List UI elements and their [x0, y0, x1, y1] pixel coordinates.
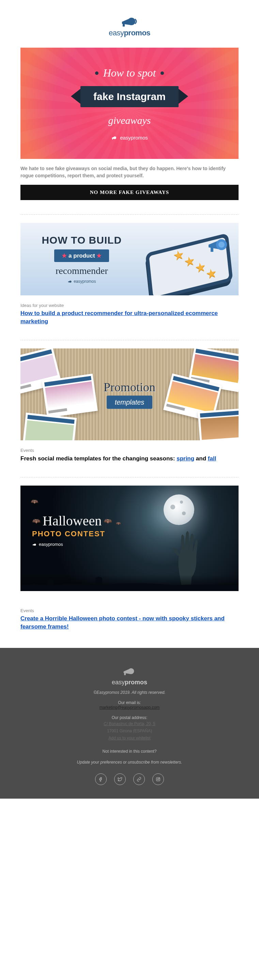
- halloween-banner: 🦇 🦇 🦇 Halloween 🦇 PHOTO CONTEST easyprom…: [21, 485, 238, 591]
- update-preferences-link[interactable]: Update your preferences: [77, 760, 122, 765]
- template-card: [22, 412, 77, 440]
- svg-rect-9: [124, 673, 126, 675]
- spring-link[interactable]: spring: [176, 455, 194, 462]
- megaphone-icon: [202, 227, 233, 258]
- header-logo: easypromos: [21, 14, 238, 37]
- banner2-brand: easypromos: [67, 279, 96, 284]
- svg-point-12: [159, 778, 160, 778]
- bat-icon: 🦇: [116, 521, 121, 526]
- templates-banner: Promotion templates: [21, 348, 238, 440]
- hero-line1: How to spot: [95, 67, 164, 79]
- svg-point-5: [219, 242, 225, 248]
- template-card: [42, 374, 98, 418]
- divider: [21, 477, 238, 477]
- template-card: [198, 408, 238, 440]
- banner4-title: 🦇 Halloween 🦇: [32, 513, 112, 529]
- intro-text: We hate to see fake giveaways on social …: [21, 165, 238, 179]
- section-label: Events: [21, 448, 238, 453]
- not-interested: Not interested in this content?: [14, 749, 245, 754]
- product-recommender-banner: HOW TO BUILD ★ a product ★ recommender e…: [21, 223, 238, 295]
- svg-point-3: [70, 281, 72, 283]
- hero-brand: easypromos: [111, 134, 148, 140]
- twitter-icon[interactable]: [114, 773, 126, 785]
- megaphone-icon: [120, 14, 139, 27]
- address-line: 17001 Girona (ESPAÑA): [14, 728, 245, 734]
- section-label: Events: [21, 608, 238, 613]
- article-link-halloween[interactable]: Create a Horrible Halloween photo contes…: [21, 614, 238, 631]
- hero-ribbon: fake Instagram: [80, 86, 179, 107]
- svg-point-2: [114, 137, 117, 139]
- unsubscribe-link[interactable]: unsubscribe from newsletters.: [128, 760, 182, 765]
- fall-link[interactable]: fall: [208, 455, 216, 462]
- brand-name: easypromos: [109, 29, 150, 37]
- social-icons: [14, 773, 245, 785]
- megaphone-icon: [122, 665, 137, 676]
- article-link-recommender[interactable]: How to build a product recommender for u…: [21, 309, 238, 326]
- templates-text: Fresh social media templates for the cha…: [21, 454, 238, 463]
- banner2-sub: recommender: [30, 266, 134, 276]
- copyright: ©Easypromos 2019. All rights reserved.: [14, 690, 245, 695]
- megaphone-icon: [67, 279, 72, 284]
- svg-point-11: [157, 778, 159, 780]
- link-icon[interactable]: [133, 773, 145, 785]
- banner3-ribbon: templates: [107, 395, 153, 409]
- banner4-sub: PHOTO CONTEST: [32, 530, 112, 538]
- svg-point-0: [128, 18, 135, 25]
- section-label: Ideas for your website: [21, 303, 238, 308]
- bat-icon: 🦇: [31, 498, 38, 505]
- banner2-ribbon: ★ a product ★: [54, 250, 109, 262]
- footer: easypromos ©Easypromos 2019. All rights …: [0, 648, 259, 799]
- hero-line2: giveaways: [34, 115, 225, 126]
- hero-banner: How to spot fake Instagram giveaways eas…: [21, 48, 238, 159]
- svg-rect-6: [211, 247, 213, 252]
- banner2-title: HOW TO BUILD: [30, 234, 134, 246]
- phone-illustration: ★ ★ ★ ★: [143, 233, 232, 295]
- banner4-brand: easypromos: [32, 542, 112, 547]
- svg-rect-1: [123, 24, 125, 27]
- cta-button[interactable]: NO MORE FAKE GIVEAWAYS: [21, 185, 238, 200]
- address-line: C/ Bonastruc de Porta, 20, 5: [14, 721, 245, 727]
- footer-brand: easypromos: [14, 679, 245, 686]
- svg-point-8: [128, 668, 134, 674]
- instagram-icon[interactable]: [152, 773, 164, 785]
- address-label: Our postal address:: [14, 715, 245, 720]
- megaphone-icon: [111, 134, 117, 140]
- email-label: Our email is:: [14, 700, 245, 705]
- moon-graphic: [163, 495, 194, 525]
- email-link[interactable]: marketing@easypromosapp.com: [99, 705, 160, 710]
- svg-point-7: [34, 543, 36, 546]
- whitelist-link[interactable]: Add us to your whitelist: [14, 735, 245, 741]
- banner3-title: Promotion: [104, 380, 155, 394]
- facebook-icon[interactable]: [95, 773, 107, 785]
- ground-graphic: [21, 575, 238, 591]
